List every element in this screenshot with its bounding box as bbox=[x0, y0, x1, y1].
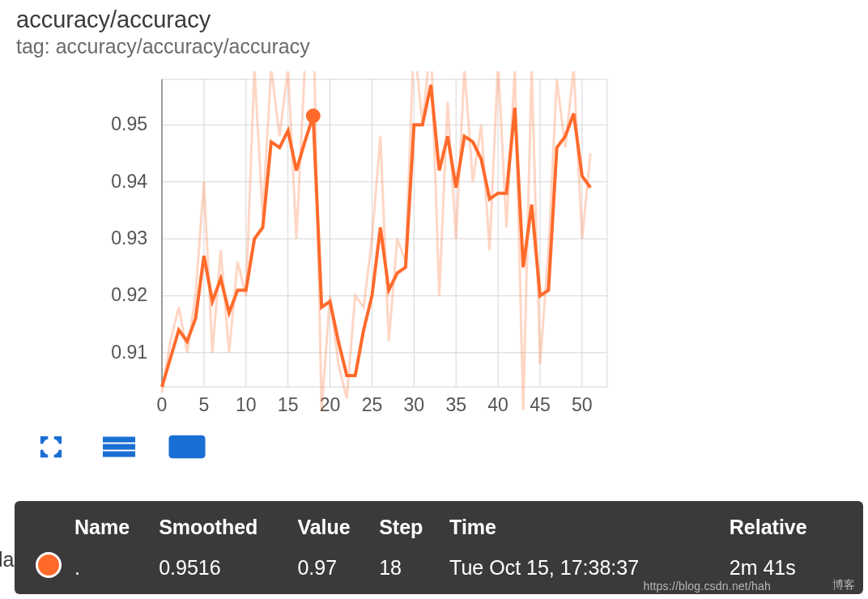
svg-point-36 bbox=[306, 108, 321, 123]
svg-text:0.93: 0.93 bbox=[111, 227, 147, 249]
svg-text:5: 5 bbox=[198, 394, 209, 415]
svg-text:35: 35 bbox=[445, 394, 466, 415]
svg-text:25: 25 bbox=[362, 394, 383, 415]
cell-value: 0.97 bbox=[294, 547, 376, 584]
col-step: Step bbox=[376, 512, 446, 547]
cell-smoothed: 0.9516 bbox=[155, 547, 294, 584]
cell-step: 18 bbox=[376, 547, 446, 584]
svg-text:0.92: 0.92 bbox=[111, 284, 147, 305]
svg-text:45: 45 bbox=[530, 394, 551, 415]
col-smoothed: Smoothed bbox=[155, 512, 294, 547]
col-time: Time bbox=[446, 512, 697, 547]
svg-text:30: 30 bbox=[404, 394, 425, 415]
col-value: Value bbox=[294, 512, 376, 547]
col-name: Name bbox=[71, 512, 155, 547]
svg-text:0.95: 0.95 bbox=[111, 113, 147, 134]
svg-text:40: 40 bbox=[487, 394, 508, 415]
svg-text:0: 0 bbox=[157, 394, 168, 415]
svg-rect-43 bbox=[183, 445, 190, 448]
chart-toolbar bbox=[0, 427, 868, 466]
fullscreen-button[interactable] bbox=[32, 432, 70, 461]
series-swatch-icon bbox=[36, 552, 62, 578]
chart-subtitle: tag: accuracy/accuracy/accuracy bbox=[16, 35, 852, 58]
svg-text:0.94: 0.94 bbox=[111, 171, 147, 192]
col-relative: Relative bbox=[697, 512, 845, 547]
svg-text:15: 15 bbox=[278, 394, 299, 415]
line-chart[interactable]: 0.910.920.930.940.9505101520253035404550 bbox=[0, 71, 632, 427]
svg-rect-39 bbox=[103, 452, 135, 457]
svg-text:10: 10 bbox=[236, 394, 257, 415]
fit-domain-button[interactable] bbox=[168, 432, 206, 461]
chart-area[interactable]: 0.910.920.930.940.9505101520253035404550 bbox=[0, 71, 868, 427]
watermark-text2: 博客 bbox=[832, 578, 855, 593]
svg-text:0.91: 0.91 bbox=[111, 342, 147, 363]
toggle-axis-button[interactable] bbox=[100, 432, 138, 461]
svg-rect-37 bbox=[103, 437, 135, 442]
svg-text:50: 50 bbox=[572, 394, 593, 415]
chart-title: accuracy/accuracy bbox=[16, 6, 852, 33]
watermark-text: https://blog.csdn.net/hah bbox=[643, 580, 771, 593]
svg-rect-38 bbox=[103, 444, 135, 449]
cell-name: . bbox=[71, 547, 155, 584]
